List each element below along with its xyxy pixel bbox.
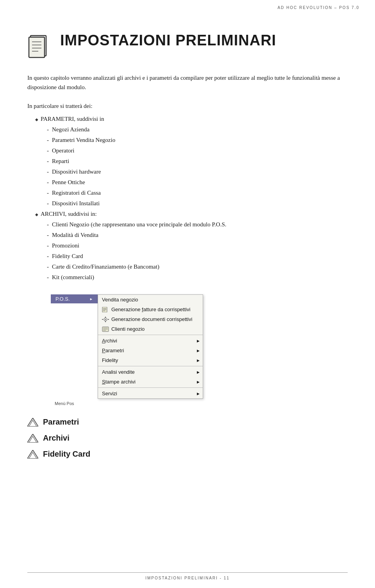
menu-separator-3 [98, 387, 203, 388]
svg-rect-1 [29, 37, 45, 57]
menu-item-vendita[interactable]: Vendita negozio [98, 295, 203, 305]
list-item: Carte di Credito/Finanziamento (e Bancom… [47, 262, 348, 272]
svg-rect-14 [102, 319, 103, 320]
list-item: Clienti Negozio (che rappresentano una v… [47, 219, 348, 230]
page-header: AD HOC REVOLUTION – POS 7.0 [0, 0, 375, 13]
section-link-icon-archivi [27, 434, 38, 443]
title-section: IMPOSTAZIONI PRELIMINARI [27, 32, 348, 59]
menu-item-label: Archivi [102, 338, 117, 344]
menu-item-label: Clienti negozio [111, 326, 145, 332]
svg-rect-12 [105, 317, 106, 318]
menu-container: P.O.S. ► Vendita negozio [51, 294, 203, 406]
parametri-section: ◆ PARAMETRI, suddivisi in Negozi Azienda… [35, 114, 348, 209]
section-links: Parametri Archivi Fidelity Card [27, 418, 348, 459]
page-footer: IMPOSTAZIONI PRELIMINARI - 11 [27, 572, 348, 580]
archivi-header: ARCHIVI, suddivisi in: [41, 209, 97, 219]
list-icon [102, 326, 109, 332]
menu-separator-2 [98, 366, 203, 366]
parametri-header: PARAMETRI, suddivisi in [41, 114, 104, 124]
svg-point-11 [105, 319, 106, 320]
menu-item-label: Vendita negozio [102, 297, 138, 303]
list-item: Reparti [47, 156, 348, 167]
parametri-list: Negozi Azienda Parametri Vendita Negozio… [47, 124, 348, 209]
menu-dropdown: Vendita negozio Generazione fat [98, 294, 203, 399]
menu-screenshot: P.O.S. ► Vendita negozio [51, 294, 348, 406]
section-link-parametri: Parametri [27, 418, 348, 427]
section-link-label-parametri: Parametri [43, 418, 79, 427]
list-item: Fidelity Card [47, 251, 348, 262]
list-item: Negozi Azienda [47, 124, 348, 135]
menu-item-label: Parametri [102, 348, 124, 353]
menu-item-documenti[interactable]: Generazione documenti corrispettivi [98, 314, 203, 324]
gear-icon [102, 317, 109, 322]
menu-item-label: Generazione documenti corrispettivi [111, 316, 192, 322]
section-link-label-fidelity: Fidelity Card [43, 450, 90, 459]
menu-item-archivi[interactable]: Archivi [98, 336, 203, 346]
svg-marker-24 [27, 450, 38, 459]
list-item: Registratori di Cassa [47, 188, 348, 198]
menu-item-label: Fidelity [102, 357, 118, 363]
list-item: Penne Ottiche [47, 177, 348, 188]
menu-item-label: Generazione fatture da corrispettivi [111, 307, 190, 312]
list-item: Kit (commerciali) [47, 272, 348, 283]
svg-rect-13 [105, 321, 106, 322]
svg-marker-21 [29, 420, 37, 427]
list-item: Promozioni [47, 240, 348, 251]
section-intro: In particolare si tratterà dei: [27, 101, 348, 111]
title-icon [27, 34, 52, 59]
diamond-icon-2: ◆ [35, 211, 38, 218]
section-link-archivi: Archivi [27, 434, 348, 443]
archivi-list: Clienti Negozio (che rappresentano una v… [47, 219, 348, 283]
footer-text: IMPOSTAZIONI PRELIMINARI - 11 [145, 576, 230, 580]
main-content: IMPOSTAZIONI PRELIMINARI In questo capit… [0, 13, 375, 481]
list-item: Dispositivi hardware [47, 167, 348, 177]
list-item: Dispositivi Installati [47, 198, 348, 209]
section-link-fidelity: Fidelity Card [27, 450, 348, 459]
svg-rect-15 [108, 319, 109, 320]
menu-item-clienti[interactable]: Clienti negozio [98, 324, 203, 334]
header-title: AD HOC REVOLUTION – POS 7.0 [277, 5, 359, 10]
menu-item-parametri[interactable]: Parametri [98, 346, 203, 355]
intro-paragraph: In questo capitolo verranno analizzati g… [27, 73, 348, 92]
list-item: Operatori [47, 145, 348, 156]
svg-marker-20 [27, 418, 38, 427]
topics-list: ◆ PARAMETRI, suddivisi in Negozi Azienda… [35, 114, 348, 283]
list-item: Modalità di Vendita [47, 230, 348, 240]
archivi-section: ◆ ARCHIVI, suddivisi in: Clienti Negozio… [35, 209, 348, 283]
list-item: Parametri Vendita Negozio [47, 135, 348, 145]
menu-caption: Menù Pos [55, 401, 74, 406]
doc-icon [102, 307, 109, 312]
section-link-icon-fidelity [27, 450, 38, 459]
menu-item-label: Analisi vendite [102, 369, 135, 375]
svg-marker-22 [27, 434, 38, 443]
menu-separator [98, 335, 203, 335]
svg-marker-23 [29, 436, 37, 443]
page-title: IMPOSTAZIONI PRELIMINARI [60, 32, 276, 49]
menu-item-fatture[interactable]: Generazione fatture da corrispettivi [98, 305, 203, 314]
pos-menu-button[interactable]: P.O.S. ► [51, 294, 98, 303]
menu-item-label: Servizi [102, 391, 117, 396]
diamond-icon: ◆ [35, 116, 38, 123]
menu-item-stampe[interactable]: Stampe archivi [98, 377, 203, 387]
menu-item-analisi[interactable]: Analisi vendite [98, 367, 203, 377]
menu-item-label: Stampe archivi [102, 379, 136, 385]
section-link-icon-parametri [27, 418, 38, 427]
section-link-label-archivi: Archivi [43, 434, 70, 443]
menu-item-fidelity[interactable]: Fidelity [98, 355, 203, 365]
svg-marker-25 [29, 452, 37, 459]
menu-item-servizi[interactable]: Servizi [98, 389, 203, 398]
